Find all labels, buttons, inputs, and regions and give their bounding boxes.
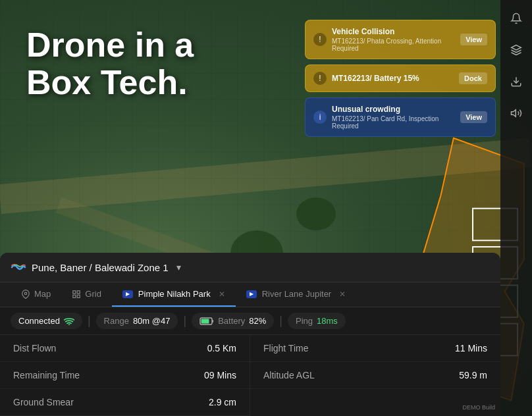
stat-label: Altitude AGL — [263, 370, 315, 380]
alert-icon-2: ! — [313, 72, 327, 85]
range-pill: Range 80m @47 — [96, 313, 178, 329]
alerts-container: ! Vehicle Collision MT162213/ Phata Cros… — [305, 20, 496, 137]
connected-pill: Connected — [11, 313, 82, 329]
stat-value: 2.9 cm — [209, 397, 236, 407]
alert-title-3: Unusual crowding — [332, 105, 455, 114]
stat-label: Ground Smear — [13, 397, 74, 407]
tab-map[interactable]: Map — [11, 282, 61, 307]
video-badge-1: ▶ — [122, 290, 133, 298]
divider-3: | — [279, 314, 282, 328]
tab-grid[interactable]: Grid — [61, 282, 112, 307]
stat-label: Remaining Time — [13, 370, 80, 380]
battery-label: Battery — [218, 316, 245, 326]
download-icon[interactable] — [506, 71, 527, 92]
status-bar: Connected | Range 80m @47 | Battery 82% — [0, 307, 500, 335]
alert-content-1: Vehicle Collision MT162213/ Phata Crossi… — [332, 27, 455, 52]
tab-grid-label: Grid — [85, 289, 101, 299]
logo-icon — [11, 259, 26, 275]
alert-icon-1: ! — [313, 33, 327, 46]
alert-icon-3: i — [313, 111, 327, 124]
tab-close-1[interactable]: ✕ — [219, 290, 225, 299]
tab-pimple-nilakh[interactable]: ▶ Pimple Nilakh Park ✕ — [112, 282, 236, 307]
stat-label: Flight Time — [263, 343, 308, 353]
svg-point-8 — [24, 292, 27, 295]
hero-text: Drone in a Box Tech. — [26, 26, 194, 101]
layers-icon[interactable] — [506, 39, 527, 61]
divider-1: | — [88, 314, 91, 328]
stats-grid: Dist Flown0.5 KmFlight Time11 MinsRemain… — [0, 335, 500, 416]
watermark: DEMO Build — [462, 404, 495, 411]
svg-rect-12 — [77, 295, 80, 298]
battery-icon — [200, 317, 214, 326]
alert-action-view-1[interactable]: View — [460, 34, 487, 45]
alert-battery: ! MT162213/ Battery 15% Dock — [305, 65, 496, 92]
ping-label: Ping — [296, 316, 313, 326]
map-icon — [21, 290, 30, 299]
drone-panel: Pune, Baner / Balewadi Zone 1 ▾ Map Grid… — [0, 253, 500, 416]
connected-label: Connected — [18, 316, 60, 326]
alert-crowding: i Unusual crowding MT162213/ Pan Card Rd… — [305, 97, 496, 137]
divider-2: | — [183, 314, 186, 328]
stat-row: Ground Smear2.9 cm — [0, 389, 250, 416]
tab-pimple-label: Pimple Nilakh Park — [138, 289, 211, 299]
panel-logo — [11, 259, 26, 275]
stat-row: Flight Time11 Mins — [250, 335, 500, 362]
stat-value: 0.5 Km — [207, 343, 236, 353]
panel-zone-title: Pune, Baner / Balewadi Zone 1 — [32, 262, 169, 273]
wifi-icon — [64, 317, 74, 325]
alert-title-2: MT162213/ Battery 15% — [332, 74, 454, 83]
ping-value: 18ms — [317, 316, 338, 326]
panel-tabs: Map Grid ▶ Pimple Nilakh Park ✕ ▶ River … — [0, 282, 500, 307]
battery-value: 82% — [249, 316, 266, 326]
volume-icon[interactable] — [506, 103, 527, 124]
alert-vehicle-collision: ! Vehicle Collision MT162213/ Phata Cros… — [305, 20, 496, 59]
battery-pill: Battery 82% — [192, 313, 274, 329]
svg-marker-7 — [512, 110, 516, 117]
bell-icon[interactable] — [506, 8, 527, 29]
stat-row: Altitude AGL59.9 m — [250, 362, 500, 389]
tab-close-2[interactable]: ✕ — [339, 290, 346, 299]
alert-subtitle-3: MT162213/ Pan Card Rd, Inspection Requir… — [332, 115, 455, 130]
alert-action-view-3[interactable]: View — [460, 111, 487, 123]
panel-header: Pune, Baner / Balewadi Zone 1 ▾ — [0, 253, 500, 282]
svg-rect-15 — [212, 320, 213, 323]
range-label: Range — [104, 316, 129, 326]
range-value: 80m @47 — [133, 316, 171, 326]
svg-rect-9 — [73, 290, 76, 293]
alert-action-dock[interactable]: Dock — [459, 72, 487, 84]
stat-row: Dist Flown0.5 Km — [0, 335, 250, 362]
alert-content-3: Unusual crowding MT162213/ Pan Card Rd, … — [332, 105, 455, 130]
svg-rect-11 — [73, 295, 76, 298]
stat-value: 59.9 m — [459, 370, 487, 380]
video-badge-2: ▶ — [246, 290, 257, 298]
right-sidebar — [500, 0, 532, 416]
hero-title: Drone in a Box Tech. — [26, 26, 194, 101]
alert-title-1: Vehicle Collision — [332, 27, 455, 36]
stat-value: 09 Mins — [204, 370, 236, 380]
tab-river-label: River Lane Jupiter — [262, 289, 332, 299]
svg-rect-10 — [77, 290, 80, 293]
stat-value: 11 Mins — [455, 343, 487, 353]
tab-map-label: Map — [34, 289, 51, 299]
stat-label: Dist Flown — [13, 343, 56, 353]
ping-pill: Ping 18ms — [288, 313, 346, 329]
svg-rect-16 — [201, 319, 209, 323]
zone-dropdown[interactable]: ▾ — [176, 262, 181, 273]
alert-subtitle-1: MT162213/ Phata Crossing, Attention Requ… — [332, 38, 455, 52]
svg-marker-5 — [512, 45, 521, 51]
grid-icon — [72, 290, 81, 299]
alert-content-2: MT162213/ Battery 15% — [332, 74, 454, 83]
tab-river-lane[interactable]: ▶ River Lane Jupiter ✕ — [236, 282, 357, 307]
stat-row: Remaining Time09 Mins — [0, 362, 250, 389]
svg-point-13 — [68, 324, 70, 325]
